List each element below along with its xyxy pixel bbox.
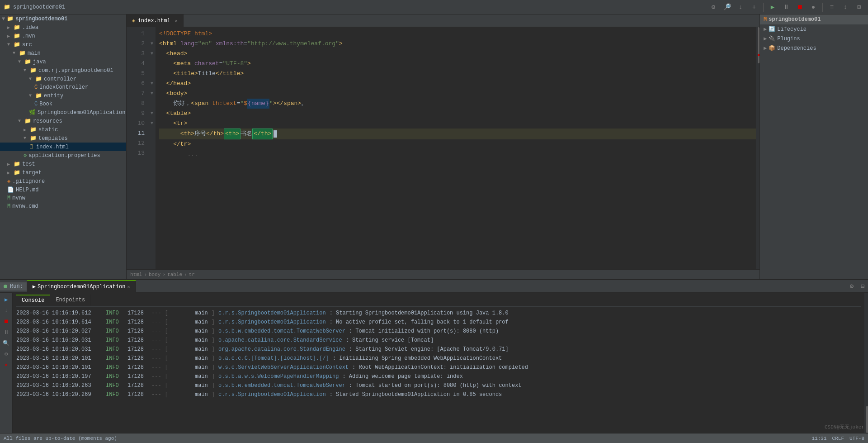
console-settings-btn[interactable]: ⚙ [1,349,11,359]
bottom-settings-btn[interactable]: ⚙ [846,281,857,292]
fold-1 [148,29,156,39]
chevron-down-ctrl-icon: ▼ [29,76,33,81]
toolbar-btn-stop[interactable]: ⏹ [794,2,805,13]
tab-close-icon[interactable]: ✕ [175,18,178,24]
sidebar-item-com[interactable]: ▼ 📁 com.rj.springbootdemo01 [0,66,126,75]
charset-attr: charset [194,59,219,69]
sidebar-item-static[interactable]: ▶ 📁 static [0,125,126,134]
bottom-restore-btn[interactable]: ⊟ [857,281,868,292]
endpoints-tab-label: Endpoints [56,295,85,305]
sidebar-item-springapp[interactable]: 🌿 Springbootdemo01Application [0,108,126,117]
lifecycle-icon: 🔄 [769,26,775,33]
cursor [274,130,277,138]
sidebar-item-resources[interactable]: ▼ 📁 resources [0,117,126,125]
sidebar-item-test[interactable]: ▶ 📁 test [0,160,126,168]
th2-close-selected: </th> [252,129,273,139]
scroll-to-end-btn[interactable]: ↓ [1,305,11,315]
th1-open: <th> [180,129,194,139]
sidebar-item-mvn[interactable]: ▶ 📁 .mvn [0,32,126,40]
maven-title: springbootdemo01 [769,16,821,23]
breadcrumb-html[interactable]: html [130,272,142,277]
fold-9[interactable]: ▼ [148,109,156,119]
sidebar-item-java[interactable]: ▼ 📁 java [0,57,126,66]
sidebar-item-mvnw[interactable]: M mvnw [0,194,126,202]
sidebar-item-entity[interactable]: ▼ 📁 entity [0,91,126,100]
console-tab[interactable]: Console [16,295,50,305]
toolbar-btn-layout[interactable]: ⊞ [854,2,864,13]
code-line-7: <body> [159,89,756,99]
fold-10[interactable]: ▼ [148,119,156,129]
props-icon: ⚙ [24,152,27,159]
sidebar-item-controller[interactable]: ▼ 📁 controller [0,75,126,83]
indexcontroller-label: IndexController [39,84,88,91]
sidebar-item-mvnwcmd[interactable]: M mvnw.cmd [0,202,126,210]
sidebar-item-src[interactable]: ▼ 📁 src [0,40,126,49]
chevron-right-icon-mvn: ▶ [7,33,12,39]
maven-dependencies[interactable]: ▶ 📦 Dependencies [760,43,868,53]
sidebar-item-target[interactable]: ▶ 📁 target [0,168,126,177]
toolbar-btn-settings[interactable]: ⚙ [708,2,719,13]
sidebar-item-templates[interactable]: ▼ 📁 templates [0,134,126,143]
controller-label: controller [44,76,76,82]
sidebar-item-indexcontroller[interactable]: C IndexController [0,83,126,91]
sidebar-item-indexhtml[interactable]: 🗒 index.html [0,143,126,151]
title-text: Title [198,69,216,79]
log-line-3: 2023-03-16 10:16:20.027 INFO 17128 --- [… [16,327,861,336]
indexhtml-label: index.html [36,144,69,150]
breadcrumb-body[interactable]: body [149,272,160,277]
breadcrumb-tr[interactable]: tr [189,272,195,277]
console-scrollbar[interactable] [864,293,868,433]
maven-lifecycle[interactable]: ▶ 🔄 Lifecycle [760,24,868,34]
close-btn-console[interactable]: ✕ [1,360,11,370]
pause-output-btn[interactable]: ⏸ [1,327,11,337]
main-layout: ▼ 📁 springbootdemo01 ▶ 📁 .idea ▶ 📁 .mvn … [0,14,868,279]
toolbar-btn-search[interactable]: 🔎 [722,2,732,13]
toolbar-btn-menu[interactable]: ≡ [826,2,837,13]
scroll-thumb[interactable] [758,27,760,63]
toolbar-btn-expand[interactable]: ↕ [840,2,851,13]
code-editor[interactable]: <!DOCTYPE html> <html lang="en" xmlns:th… [156,27,756,269]
endpoints-tab[interactable]: Endpoints [50,295,91,305]
toolbar-btn-record[interactable]: ● [808,2,819,13]
fold-11 [148,129,156,138]
th1-close: </th> [206,129,224,139]
sidebar-item-helpmd[interactable]: 📄 HELP.md [0,186,126,194]
mvn-label: .mvn [22,33,35,39]
toolbar-btn-download[interactable]: ↓ [735,2,746,13]
toolbar-btn-add[interactable]: + [749,2,760,13]
tab-console[interactable]: ▶ Springbootdemo01Application ✕ [27,280,136,293]
th-text-attr: th:text [212,99,237,109]
maven-plugins[interactable]: ▶ 🔌 Plugins [760,34,868,43]
span-open: <span [191,99,208,109]
tab-index-html[interactable]: ◈ index.html ✕ [127,14,184,27]
fold-2[interactable]: ▼ [148,39,156,49]
console-left-toolbar: ▶ ↓ ⏹ ⏸ 🔍 ⚙ ✕ [0,293,13,433]
filter-btn[interactable]: 🔍 [1,338,11,348]
clear-console-btn[interactable]: ⏹ [1,316,11,326]
fold-7[interactable]: ▼ [148,89,156,99]
close-console-icon[interactable]: ✕ [127,284,130,290]
code-line-6: </head> [159,79,756,89]
line-num-5: 5 [127,69,145,79]
sidebar-item-idea[interactable]: ▶ 📁 .idea [0,23,126,32]
sidebar-item-book[interactable]: C Book [0,100,126,108]
run-btn[interactable]: ▶ [1,295,11,305]
breadcrumb-table[interactable]: table [167,272,182,277]
editor-scrollbar[interactable] [756,27,760,269]
springapp-label: Springbootdemo01Application [38,110,125,116]
status-charset: UTF-8 [849,436,864,441]
fold-5 [148,69,156,79]
doctype-text: <!DOCTYPE html> [159,29,212,39]
error-marker [758,54,760,56]
toolbar-btn-pause[interactable]: ⏸ [781,2,792,13]
sidebar-item-main[interactable]: ▼ 📁 main [0,49,126,57]
sidebar-project-root[interactable]: ▼ 📁 springbootdemo01 [0,14,126,23]
editor-container: ◈ index.html ✕ 1 2 3 4 5 6 7 8 9 10 11 1… [127,14,760,279]
status-left: All files are up-to-date (moments ago) [4,436,117,441]
toolbar-btn-run[interactable]: ▶ [767,2,778,13]
console-output[interactable]: Console Endpoints 2023-03-16 10:16:19.61… [13,293,864,433]
sidebar-item-gitignore[interactable]: ◈ .gitignore [0,177,126,186]
console-scroll-thumb[interactable] [866,406,868,433]
sidebar-item-appprops[interactable]: ⚙ application.properties [0,151,126,160]
fold-3[interactable]: ▼ [148,49,156,59]
